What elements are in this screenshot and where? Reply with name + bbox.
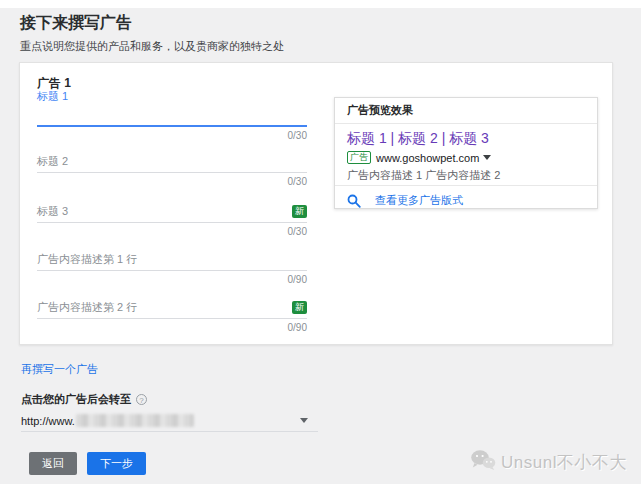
final-url-input[interactable]: http://www. — [21, 411, 318, 432]
description-1-field[interactable]: 广告内容描述第 1 行 0/90 — [37, 252, 307, 285]
redacted-url-blur — [76, 414, 194, 427]
write-another-ad-link[interactable]: 再撰写一个广告 — [21, 362, 98, 377]
description-2-input-line[interactable] — [37, 318, 307, 319]
preview-description: 广告内容描述 1 广告内容描述 2 — [347, 168, 585, 183]
ad-card: 广告 1 标题 1 0/30 标题 2 0/30 标题 3 新 0/30 广告内… — [19, 62, 613, 345]
headline-2-label: 标题 2 — [37, 154, 68, 169]
new-feature-badge: 新 — [292, 205, 307, 218]
preview-headline: 标题 1 | 标题 2 | 标题 3 — [347, 130, 585, 148]
description-2-label: 广告内容描述第 2 行 — [37, 300, 137, 315]
final-url-dropdown-caret-icon[interactable] — [300, 418, 308, 423]
back-button[interactable]: 返回 — [29, 452, 77, 475]
ad-preview-panel: 广告预览效果 标题 1 | 标题 2 | 标题 3 广告 www.goshowp… — [334, 97, 598, 209]
preview-display-url[interactable]: www.goshowpet.com — [376, 152, 479, 164]
headline-2-counter: 0/30 — [37, 176, 307, 187]
headline-1-input-line[interactable] — [37, 125, 307, 127]
headline-1-label: 标题 1 — [37, 89, 68, 104]
headline-3-input-line[interactable] — [37, 222, 307, 223]
ad-label-badge: 广告 — [347, 151, 371, 164]
headline-2-input-line[interactable] — [37, 172, 307, 173]
new-feature-badge: 新 — [292, 301, 307, 314]
description-2-counter: 0/90 — [37, 322, 307, 333]
preview-ad-sample: 标题 1 | 标题 2 | 标题 3 广告 www.goshowpet.com … — [335, 124, 597, 185]
url-dropdown-caret-icon[interactable] — [483, 155, 491, 160]
search-icon — [347, 194, 361, 208]
preview-panel-title: 广告预览效果 — [335, 98, 597, 124]
watermark-text: Unsunl不小不大 — [501, 451, 627, 474]
description-1-label: 广告内容描述第 1 行 — [37, 252, 137, 267]
headline-2-field[interactable]: 标题 2 0/30 — [37, 154, 307, 187]
headline-3-label: 标题 3 — [37, 204, 68, 219]
final-url-value: http://www. — [21, 415, 75, 427]
headline-1-field[interactable]: 标题 1 0/30 — [37, 89, 307, 141]
description-1-input-line[interactable] — [37, 270, 307, 271]
next-button[interactable]: 下一步 — [87, 452, 146, 475]
headline-1-counter: 0/30 — [37, 130, 307, 141]
help-icon[interactable]: ? — [136, 394, 147, 405]
watermark: Unsunl不小不大 — [470, 449, 627, 475]
final-url-label: 点击您的广告后会转至 — [21, 392, 131, 407]
wechat-icon — [470, 449, 496, 475]
more-ad-formats-link[interactable]: 查看更多广告版式 — [375, 193, 463, 208]
headline-3-counter: 0/30 — [37, 226, 307, 237]
page-subtitle: 重点说明您提供的产品和服务，以及贵商家的独特之处 — [20, 39, 284, 54]
page-title: 接下来撰写广告 — [20, 13, 132, 34]
headline-3-field[interactable]: 标题 3 新 0/30 — [37, 204, 307, 237]
top-strip — [0, 0, 641, 8]
description-2-field[interactable]: 广告内容描述第 2 行 新 0/90 — [37, 300, 307, 333]
description-1-counter: 0/90 — [37, 274, 307, 285]
